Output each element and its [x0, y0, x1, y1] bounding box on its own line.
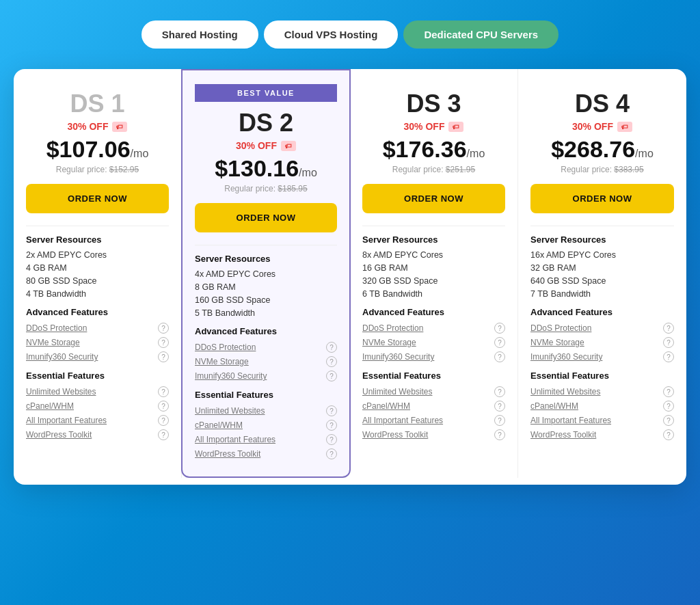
- feature-item: 4 GB RAM: [26, 263, 169, 273]
- help-icon[interactable]: ?: [326, 434, 337, 445]
- help-icon[interactable]: ?: [663, 401, 674, 412]
- tab-dedicated-cpu-servers[interactable]: Dedicated CPU Servers: [403, 21, 558, 49]
- help-icon[interactable]: ?: [158, 386, 169, 397]
- feature-row: All Important Features ?: [26, 415, 169, 426]
- feature-link[interactable]: NVMe Storage: [362, 338, 416, 347]
- feature-link[interactable]: Unlimited Websites: [362, 387, 432, 396]
- feature-link[interactable]: All Important Features: [26, 416, 107, 425]
- feature-row: Imunify360 Security ?: [26, 351, 169, 362]
- feature-row: WordPress Toolkit ?: [362, 429, 505, 440]
- feature-row: WordPress Toolkit ?: [195, 448, 337, 459]
- feature-row: All Important Features ?: [362, 415, 505, 426]
- feature-link[interactable]: cPanel/WHM: [195, 420, 243, 430]
- feature-row: cPanel/WHM ?: [195, 420, 337, 431]
- price-main-ds1: $107.06/mo: [26, 136, 169, 163]
- feature-link[interactable]: WordPress Toolkit: [195, 449, 260, 459]
- help-icon[interactable]: ?: [663, 386, 674, 397]
- feature-link[interactable]: WordPress Toolkit: [362, 430, 428, 440]
- pricing-wrapper: DS 1 30% OFF 🏷 $107.06/mo Regular price:…: [14, 69, 686, 485]
- feature-link[interactable]: NVMe Storage: [530, 338, 584, 347]
- help-icon[interactable]: ?: [158, 351, 169, 362]
- feature-link[interactable]: DDoS Protection: [362, 323, 423, 333]
- feature-row: cPanel/WHM ?: [26, 401, 169, 412]
- feature-row: Unlimited Websites ?: [26, 386, 169, 397]
- order-btn-ds3[interactable]: ORDER NOW: [362, 184, 505, 213]
- help-icon[interactable]: ?: [494, 415, 505, 426]
- help-icon[interactable]: ?: [158, 401, 169, 412]
- order-btn-ds4[interactable]: ORDER NOW: [530, 184, 674, 213]
- section-title: Advanced Features: [26, 307, 169, 317]
- help-icon[interactable]: ?: [663, 337, 674, 348]
- discount-row-ds1: 30% OFF 🏷: [26, 121, 169, 132]
- feature-row: DDoS Protection ?: [26, 323, 169, 334]
- help-icon[interactable]: ?: [326, 420, 337, 431]
- help-icon[interactable]: ?: [326, 342, 337, 353]
- help-icon[interactable]: ?: [494, 351, 505, 362]
- plan-name-ds3: DS 3: [362, 90, 505, 118]
- feature-link[interactable]: WordPress Toolkit: [26, 430, 92, 440]
- help-icon[interactable]: ?: [663, 429, 674, 440]
- feature-link[interactable]: Imunify360 Security: [362, 352, 434, 362]
- plan-col-ds1: DS 1 30% OFF 🏷 $107.06/mo Regular price:…: [14, 69, 182, 478]
- tab-shared-hosting[interactable]: Shared Hosting: [142, 21, 258, 49]
- feature-link[interactable]: NVMe Storage: [195, 357, 249, 366]
- feature-item: 160 GB SSD Space: [195, 295, 337, 305]
- help-icon[interactable]: ?: [158, 337, 169, 348]
- plan-col-ds3: DS 3 30% OFF 🏷 $176.36/mo Regular price:…: [350, 69, 518, 478]
- feature-link[interactable]: All Important Features: [362, 416, 443, 425]
- feature-link[interactable]: Unlimited Websites: [26, 387, 96, 396]
- feature-item: 7 TB Bandwidth: [530, 289, 674, 299]
- feature-link[interactable]: cPanel/WHM: [530, 401, 578, 411]
- feature-row: All Important Features ?: [195, 434, 337, 445]
- regular-price-ds2: Regular price: $185.95: [195, 184, 337, 193]
- discount-tag-ds4: 🏷: [617, 122, 632, 132]
- section-title: Server Resources: [26, 234, 169, 245]
- section-title: Advanced Features: [362, 307, 505, 317]
- help-icon[interactable]: ?: [326, 405, 337, 416]
- order-btn-ds1[interactable]: ORDER NOW: [26, 184, 169, 213]
- divider-ds3: [362, 226, 505, 226]
- feature-link[interactable]: cPanel/WHM: [26, 401, 74, 411]
- help-icon[interactable]: ?: [158, 323, 169, 334]
- feature-link[interactable]: All Important Features: [195, 435, 275, 444]
- feature-link[interactable]: Imunify360 Security: [26, 352, 98, 362]
- help-icon[interactable]: ?: [494, 429, 505, 440]
- feature-link[interactable]: All Important Features: [530, 416, 611, 425]
- help-icon[interactable]: ?: [158, 415, 169, 426]
- help-icon[interactable]: ?: [326, 371, 337, 381]
- help-icon[interactable]: ?: [326, 356, 337, 367]
- help-icon[interactable]: ?: [663, 323, 674, 334]
- feature-item: 16 GB RAM: [362, 263, 505, 273]
- feature-link[interactable]: Unlimited Websites: [195, 406, 265, 416]
- feature-link[interactable]: cPanel/WHM: [362, 401, 410, 411]
- feature-link[interactable]: DDoS Protection: [26, 323, 87, 333]
- section-title: Server Resources: [362, 234, 505, 245]
- feature-link[interactable]: Unlimited Websites: [530, 387, 600, 396]
- help-icon[interactable]: ?: [663, 351, 674, 362]
- feature-link[interactable]: Imunify360 Security: [530, 352, 602, 362]
- feature-link[interactable]: NVMe Storage: [26, 338, 80, 347]
- help-icon[interactable]: ?: [494, 401, 505, 412]
- section-title: Advanced Features: [195, 326, 337, 336]
- discount-tag-ds1: 🏷: [112, 122, 127, 132]
- plan-name-ds1: DS 1: [26, 90, 169, 118]
- feature-list: 16x AMD EPYC Cores32 GB RAM640 GB SSD Sp…: [530, 250, 674, 299]
- tab-cloud-vps-hosting[interactable]: Cloud VPS Hosting: [264, 21, 399, 49]
- help-icon[interactable]: ?: [663, 415, 674, 426]
- plan-col-ds4: DS 4 30% OFF 🏷 $268.76/mo Regular price:…: [518, 69, 686, 478]
- order-btn-ds2[interactable]: ORDER NOW: [195, 203, 337, 232]
- help-icon[interactable]: ?: [494, 323, 505, 334]
- help-icon[interactable]: ?: [326, 448, 337, 459]
- feature-row: NVMe Storage ?: [195, 356, 337, 367]
- help-icon[interactable]: ?: [494, 337, 505, 348]
- feature-row: Imunify360 Security ?: [195, 371, 337, 381]
- discount-pct-ds2: 30% OFF: [236, 140, 277, 151]
- feature-link[interactable]: WordPress Toolkit: [530, 430, 596, 440]
- feature-link[interactable]: Imunify360 Security: [195, 371, 267, 381]
- help-icon[interactable]: ?: [494, 386, 505, 397]
- feature-row: All Important Features ?: [530, 415, 674, 426]
- feature-link[interactable]: DDoS Protection: [530, 323, 591, 333]
- help-icon[interactable]: ?: [158, 429, 169, 440]
- feature-link[interactable]: DDoS Protection: [195, 342, 256, 352]
- tab-bar: Shared HostingCloud VPS HostingDedicated…: [142, 21, 558, 49]
